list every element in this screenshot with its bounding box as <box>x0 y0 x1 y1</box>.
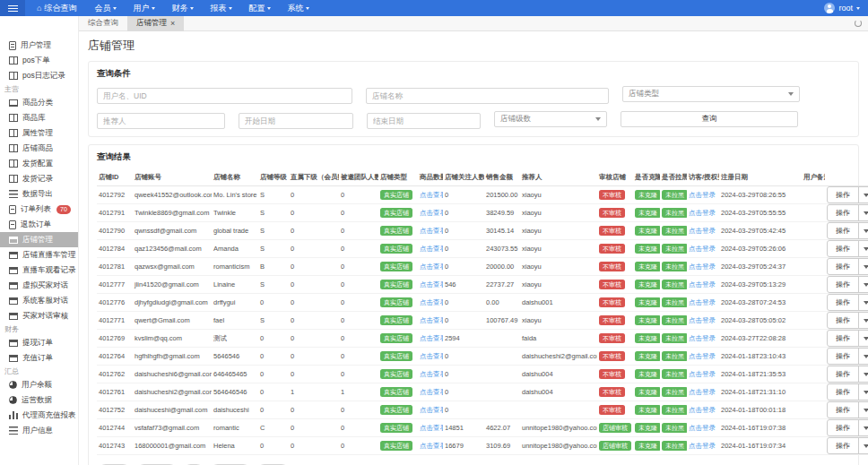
goods-view-link[interactable]: 点击查看 <box>420 388 443 396</box>
blacklist-badge[interactable]: 未拉黑 <box>662 351 687 361</box>
blacklist-badge[interactable]: 未拉黑 <box>662 280 687 289</box>
sidebar-item[interactable]: 用户余额 <box>0 377 78 392</box>
chevron-down-icon[interactable] <box>859 420 868 435</box>
sidebar-item[interactable]: 用户管理 <box>0 38 78 53</box>
sidebar-item[interactable]: 发货配置 <box>0 156 78 171</box>
action-button[interactable]: 操作 <box>828 223 859 238</box>
action-button[interactable]: 操作 <box>828 366 859 382</box>
goods-view-link[interactable]: 点击查看 <box>420 316 443 324</box>
sidebar-item[interactable]: 提现订单 <box>0 335 78 350</box>
action-button[interactable]: 操作 <box>828 313 859 328</box>
clone-badge[interactable]: 未克隆 <box>635 351 660 361</box>
blacklist-badge[interactable]: 未拉黑 <box>662 226 687 236</box>
sidebar-item[interactable]: 店铺直播车管理 <box>0 247 78 263</box>
chevron-down-icon[interactable] <box>859 259 868 274</box>
blacklist-badge[interactable]: 未拉黑 <box>662 315 687 325</box>
chevron-down-icon[interactable] <box>859 187 868 202</box>
action-dropdown[interactable]: 操作 <box>827 240 868 257</box>
action-dropdown[interactable]: 操作 <box>827 222 868 239</box>
action-dropdown[interactable]: 操作 <box>827 276 868 293</box>
audit-badge[interactable]: 不审核 <box>599 226 625 236</box>
action-dropdown[interactable]: 操作 <box>827 348 868 365</box>
audit-badge[interactable]: 不审核 <box>599 297 625 307</box>
action-dropdown[interactable]: 操作 <box>827 186 868 203</box>
chevron-down-icon[interactable] <box>859 384 868 400</box>
nav-menu-5[interactable]: 系统 <box>279 0 317 16</box>
blacklist-badge[interactable]: 未拉黑 <box>662 441 687 451</box>
referrer-input[interactable] <box>97 113 225 129</box>
action-button[interactable]: 操作 <box>828 277 859 292</box>
chevron-down-icon[interactable] <box>859 205 868 220</box>
sidebar-item[interactable]: 运营数据 <box>0 392 78 408</box>
audit-badge[interactable]: 不审核 <box>599 280 625 289</box>
login-link[interactable]: 点击登录 <box>689 424 716 432</box>
store-level-select[interactable]: 店铺级数 <box>494 111 607 127</box>
chevron-down-icon[interactable] <box>859 331 868 346</box>
refresh-icon[interactable] <box>855 20 862 27</box>
sidebar-item[interactable]: 数据导出 <box>0 186 78 202</box>
login-link[interactable]: 点击登录 <box>689 406 716 414</box>
clone-badge[interactable]: 未克隆 <box>635 244 660 254</box>
blacklist-badge[interactable]: 未拉黑 <box>662 190 687 200</box>
audit-badge[interactable]: 不审核 <box>599 387 625 397</box>
sidebar-item[interactable]: 商品库 <box>0 110 78 125</box>
blacklist-badge[interactable]: 未拉黑 <box>662 423 687 433</box>
login-link[interactable]: 点击登录 <box>689 388 716 396</box>
nav-menu-3[interactable]: 报表 <box>202 0 240 16</box>
action-button[interactable]: 操作 <box>828 259 859 274</box>
action-button[interactable]: 操作 <box>828 241 859 256</box>
sidebar-item[interactable]: pos下单 <box>0 53 78 68</box>
goods-view-link[interactable]: 点击查看 <box>420 442 443 450</box>
clone-badge[interactable]: 未克隆 <box>635 369 660 379</box>
nav-home[interactable]: ⌂ 综合查询 <box>25 3 86 14</box>
chevron-down-icon[interactable] <box>859 241 868 256</box>
blacklist-badge[interactable]: 未拉黑 <box>662 297 687 307</box>
sidebar-item[interactable]: pos日志记录 <box>0 68 78 83</box>
clone-badge[interactable]: 未克隆 <box>635 190 660 200</box>
login-link[interactable]: 点击登录 <box>689 280 716 288</box>
sidebar-item[interactable]: 商品分类 <box>0 95 78 110</box>
goods-view-link[interactable]: 点击查看 <box>420 245 443 253</box>
login-link[interactable]: 点击登录 <box>689 209 716 217</box>
action-dropdown[interactable]: 操作 <box>827 258 868 275</box>
sidebar-item[interactable]: 买家对话审核 <box>0 308 78 323</box>
action-dropdown[interactable]: 操作 <box>827 419 868 436</box>
action-button[interactable]: 操作 <box>828 438 859 453</box>
chevron-down-icon[interactable] <box>859 277 868 292</box>
tab-home[interactable]: 综合查询 <box>79 16 127 31</box>
sidebar-item[interactable]: 店铺商品 <box>0 141 78 156</box>
close-icon[interactable]: × <box>170 19 175 28</box>
store-type-select[interactable]: 店铺类型 <box>622 86 800 102</box>
login-link[interactable]: 点击登录 <box>689 245 716 253</box>
login-link[interactable]: 点击登录 <box>689 263 716 271</box>
chevron-down-icon[interactable] <box>859 349 868 364</box>
action-dropdown[interactable]: 操作 <box>827 366 868 383</box>
action-button[interactable]: 操作 <box>828 402 859 418</box>
action-button[interactable]: 操作 <box>828 384 859 400</box>
nav-menu-1[interactable]: 用户 <box>125 0 163 16</box>
login-link[interactable]: 点击登录 <box>689 442 716 450</box>
login-link[interactable]: 点击登录 <box>689 370 716 378</box>
query-button[interactable]: 查询 <box>621 111 798 127</box>
action-dropdown[interactable]: 操作 <box>827 330 868 347</box>
audit-badge[interactable]: 不审核 <box>599 244 625 254</box>
audit-badge[interactable]: 不审核 <box>599 190 625 200</box>
goods-view-link[interactable]: 点击查看 <box>420 209 443 217</box>
clone-badge[interactable]: 未克隆 <box>635 423 660 433</box>
blacklist-badge[interactable]: 未拉黑 <box>662 405 687 415</box>
action-dropdown[interactable]: 操作 <box>827 312 868 329</box>
blacklist-badge[interactable]: 未拉黑 <box>662 244 687 254</box>
sidebar-item[interactable]: 充值订单 <box>0 350 78 366</box>
store-name-input[interactable] <box>366 88 609 104</box>
audit-badge[interactable]: 不审核 <box>599 262 625 271</box>
chevron-down-icon[interactable] <box>859 438 868 453</box>
goods-view-link[interactable]: 点击查看 <box>420 424 443 432</box>
chevron-down-icon[interactable] <box>859 313 868 328</box>
action-button[interactable]: 操作 <box>828 331 859 346</box>
blacklist-badge[interactable]: 未拉黑 <box>662 262 687 271</box>
chevron-down-icon[interactable] <box>859 366 868 382</box>
action-button[interactable]: 操作 <box>828 187 859 202</box>
blacklist-badge[interactable]: 未拉黑 <box>662 387 687 397</box>
sidebar-item[interactable]: 代理商充值报表 <box>0 408 78 423</box>
audit-badge[interactable]: 店铺审核 <box>599 423 631 433</box>
